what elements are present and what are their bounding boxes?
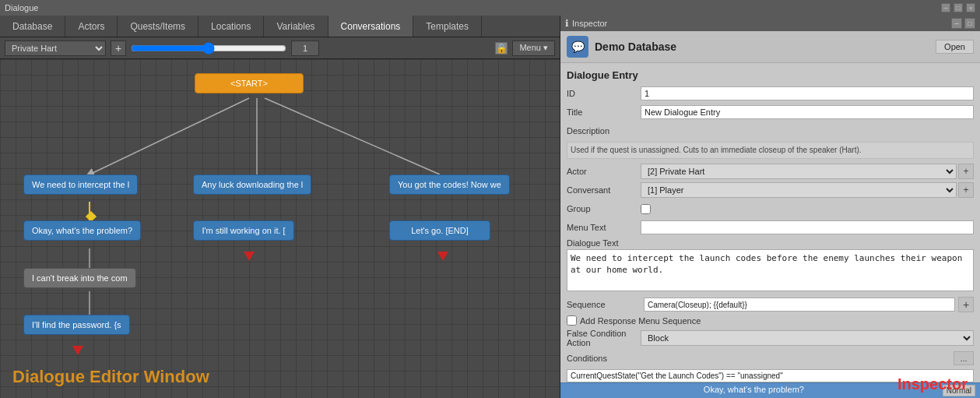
node-password[interactable]: I'll find the password. {s [23,315,130,335]
conditions-row: Conditions ... [567,350,974,366]
id-row: ID 1 [567,86,974,101]
dialogue-panel: Database Actors Quests/Items Locations V… [0,16,560,398]
inspector-panel: ℹ Inspector ─ □ 💬 Demo Database Open Dia… [560,16,980,398]
tab-templates[interactable]: Templates [413,16,482,37]
false-condition-label: False Condition Action [567,329,641,347]
zoom-slider-container: 1 [131,41,490,56]
group-row: Group [567,201,974,217]
add-conversation-button[interactable]: + [111,41,126,56]
demo-db-icon: 💬 [567,36,588,58]
group-checkbox[interactable] [641,204,651,214]
add-response-label: Add Response Menu Sequence [580,316,701,326]
node-letsgo[interactable]: Let's go. [END] [389,220,490,241]
dialogue-text-field[interactable]: We need to intercept the launch codes be… [567,249,974,291]
inspector-maximize[interactable]: □ [964,18,975,29]
zoom-slider[interactable] [131,42,286,55]
minimize-btn[interactable]: ─ [941,3,950,12]
title-controls: ─ □ × [941,3,975,12]
sequence-label: Sequence [567,300,641,309]
maximize-btn[interactable]: □ [954,3,963,12]
conversation-dropdown[interactable]: Private Hart [5,41,106,56]
inspector-content: Dialogue Entry ID 1 Title New Dialogue E… [560,63,980,382]
id-label: ID [567,89,641,98]
dialogue-text-label: Dialogue Text [567,238,974,248]
group-label: Group [567,204,641,213]
inspector-wrapper: ℹ Inspector ─ □ 💬 Demo Database Open Dia… [560,16,980,398]
title-field-value: New Dialogue Entry [641,105,974,119]
sequence-row: Sequence Camera(Closeup); {{default}} + [567,297,974,312]
tab-database[interactable]: Database [0,16,65,37]
menu-text-row: Menu Text [567,220,974,235]
conditions-value: CurrentQuestState("Get the Launch Codes"… [567,369,974,382]
inspector-title-bar: ℹ Inspector ─ □ [560,16,980,31]
node-working[interactable]: I'm still working on it. [ [193,220,294,241]
conditions-dotted-btn[interactable]: ... [954,351,974,365]
conditions-label: Conditions [567,354,641,363]
id-value: 1 [641,86,974,100]
red-triangle-working [244,252,255,261]
conversant-add-btn[interactable]: + [958,182,974,198]
main-layout: Database Actors Quests/Items Locations V… [0,16,980,398]
tab-conversations[interactable]: Conversations [328,16,414,37]
title-field-label: Title [567,107,641,117]
title-row: Title New Dialogue Entry [567,104,974,120]
zoom-value: 1 [291,41,319,56]
node-intercept[interactable]: We need to intercept the l [23,174,138,195]
dialogue-title-bar: Dialogue ─ □ × [0,0,980,16]
node-codes[interactable]: You got the codes! Now we [389,174,510,195]
tab-quests-items[interactable]: Quests/Items [118,16,198,37]
open-button[interactable]: Open [936,40,974,54]
inspector-title: Inspector [572,19,607,28]
false-condition-row: False Condition Action Block [567,329,974,347]
inspector-title-controls: ─ □ [951,18,975,29]
tab-locations[interactable]: Locations [198,16,264,37]
add-response-checkbox[interactable] [567,315,577,326]
canvas-area[interactable]: <START> We need to intercept the l Any l… [0,59,560,398]
actor-add-btn[interactable]: + [958,164,974,179]
dialogue-watermark: Dialogue Editor Window [12,367,209,387]
conversant-row: Conversant [1] Player + [567,182,974,198]
false-condition-dropdown[interactable]: Block [641,330,974,346]
lock-icon[interactable]: 🔒 [495,42,508,55]
actor-label: Actor [567,167,641,176]
bottom-link-text: Okay, what's the problem? [704,385,804,394]
toolbar: Private Hart + 1 🔒 Menu ▾ [0,37,560,59]
conversant-dropdown[interactable]: [1] Player [641,182,957,198]
close-btn[interactable]: × [966,3,975,12]
bottom-link-bar[interactable]: Okay, what's the problem? Normal [560,382,980,398]
red-triangle-password [72,346,83,355]
node-start[interactable]: <START> [195,73,304,93]
normal-badge: Normal [943,385,975,396]
actor-row: Actor [2] Private Hart + [567,164,974,179]
section-dialogue-entry: Dialogue Entry [567,69,974,81]
tabs-bar: Database Actors Quests/Items Locations V… [0,16,560,37]
menu-button[interactable]: Menu ▾ [512,41,555,56]
description-text: Used if the quest is unassigned. Cuts to… [567,142,974,159]
add-response-row: Add Response Menu Sequence [567,315,974,326]
menu-text-label: Menu Text [567,223,641,232]
description-label: Description [567,126,641,136]
node-cantbreak[interactable]: I can't break into the com [23,268,136,288]
inspector-header: 💬 Demo Database Open [560,31,980,63]
actor-dropdown[interactable]: [2] Private Hart [641,164,957,179]
sequence-value: Camera(Closeup); {{default}} [644,298,955,312]
inspector-db-title: Demo Database [595,41,676,53]
tab-variables[interactable]: Variables [264,16,328,37]
conversant-label: Conversant [567,185,641,195]
sequence-add-btn[interactable]: + [958,297,974,312]
menu-text-value[interactable] [641,220,974,234]
tab-actors[interactable]: Actors [65,16,118,37]
node-problem[interactable]: Okay, what's the problem? [23,220,141,241]
red-triangle-letsgo [437,252,448,261]
node-downloading[interactable]: Any luck downloading the l [193,174,311,195]
svg-line-2 [265,98,440,174]
inspector-minimize[interactable]: ─ [951,18,962,29]
dialogue-title: Dialogue [5,3,38,12]
description-row: Description [567,123,974,139]
svg-line-0 [90,98,249,174]
